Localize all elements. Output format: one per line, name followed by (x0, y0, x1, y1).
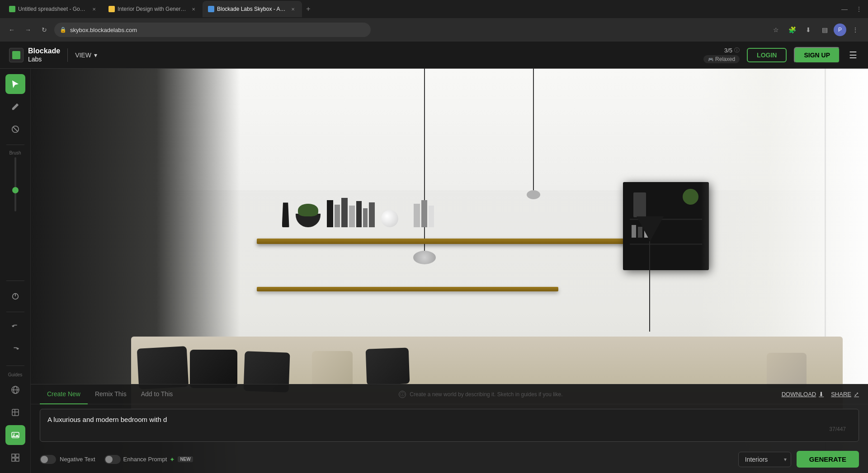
new-tab-button[interactable]: + (302, 3, 315, 15)
pendant-shade (413, 251, 436, 264)
undo-button[interactable] (5, 318, 25, 337)
style-select[interactable]: Interiors Exterior Landscape Abstract Sc… (738, 452, 791, 467)
select-tool-button[interactable] (5, 74, 25, 94)
tab-create-new[interactable]: Create New (40, 384, 88, 404)
address-bar: ← → ↻ 🔒 skybox.blockadelabs.com ☆ 🧩 ⬇ ▤ … (0, 18, 868, 42)
app-header: Blockade Labs VIEW ▾ 3/5 ⓘ 🎮 Relaxed LOG (0, 42, 868, 69)
wall-cabinet (623, 182, 709, 270)
download-button[interactable]: DOWNLOAD ⬇ (782, 391, 824, 398)
tab-1-close[interactable]: ✕ (90, 5, 98, 13)
refresh-button[interactable]: ↻ (38, 23, 51, 36)
share-button[interactable]: SHARE ⤢ (831, 391, 859, 398)
tool-divider-4 (6, 365, 24, 366)
sphere-item (381, 210, 398, 227)
enhance-prompt-toggle[interactable] (104, 455, 121, 464)
floor-lamp-pole (649, 241, 650, 332)
tab-2-close[interactable]: ✕ (190, 5, 197, 13)
tab-add-to-this[interactable]: Add to This (134, 384, 180, 404)
books-group-2 (414, 200, 434, 227)
browser-chrome: Untitled spreadsheet - Goog... ✕ Interio… (0, 0, 868, 42)
relaxed-icon: 🎮 (708, 57, 713, 62)
char-count: 37/447 (829, 426, 846, 432)
style-select-wrapper: Interiors Exterior Landscape Abstract Sc… (738, 452, 791, 467)
book-6 (363, 208, 368, 227)
logo-area: Blockade Labs (9, 47, 60, 63)
profile-button[interactable]: P (834, 23, 846, 36)
brush-slider-thumb (12, 187, 19, 193)
book-5 (356, 201, 362, 227)
menu-icon[interactable]: ☰ (847, 48, 859, 62)
tab-3[interactable]: Blockade Labs Skybox - AI-G... ✕ (203, 1, 302, 17)
prompt-input-field[interactable] (47, 415, 851, 435)
svg-line-1 (13, 127, 17, 131)
guides-label: Guides (8, 372, 23, 377)
tab-2[interactable]: Interior Design with Generati... ✕ (103, 1, 203, 17)
bookmark-icon[interactable]: ☆ (769, 23, 783, 37)
book-7 (369, 202, 375, 227)
floor-lamp-shade (637, 216, 664, 241)
tab-remix-this[interactable]: Remix This (88, 384, 134, 404)
enhance-prompt-label: Enhance Prompt (123, 456, 167, 463)
prompt-input-inner: 37/447 (47, 415, 851, 436)
logo-text: Blockade Labs (28, 47, 60, 63)
back-button[interactable]: ← (5, 23, 18, 36)
bowl-item (296, 214, 321, 227)
tab-minimize-icon[interactable]: — (839, 4, 850, 14)
shelf-lower (257, 287, 558, 291)
redo-button[interactable] (5, 340, 25, 360)
guides-layer-button[interactable] (5, 403, 25, 422)
book-3 (341, 198, 348, 227)
prompt-input-wrapper: 37/447 (40, 409, 859, 442)
sidebar-toggle-icon[interactable]: ▤ (817, 23, 832, 37)
grid-tool-button[interactable] (5, 448, 25, 468)
more-options-icon[interactable]: ⋮ (848, 23, 863, 37)
brush-size-slider[interactable] (14, 157, 16, 211)
generate-button[interactable]: GENERATE (797, 451, 859, 468)
extensions-icon[interactable]: 🧩 (785, 23, 799, 37)
tab-3-close[interactable]: ✕ (289, 5, 297, 13)
svg-rect-10 (12, 432, 19, 438)
usage-info: 3/5 ⓘ 🎮 Relaxed (703, 47, 740, 63)
image-tool-button[interactable] (5, 425, 25, 445)
forward-button[interactable]: → (22, 23, 34, 36)
pencil-tool-button[interactable] (5, 97, 25, 117)
header-right: 3/5 ⓘ 🎮 Relaxed LOGIN SIGN UP ☰ (703, 47, 859, 63)
logo-icon (9, 48, 24, 62)
cabinet-obj-1 (633, 192, 646, 217)
svg-point-11 (13, 434, 14, 435)
login-button[interactable]: LOGIN (747, 48, 787, 62)
pendant-shade-2 (527, 190, 540, 199)
negative-text-thumb (41, 456, 48, 463)
cabinet-plant (683, 189, 698, 205)
tab-1[interactable]: Untitled spreadsheet - Goog... ✕ (4, 1, 103, 17)
chevron-down-icon: ▾ (94, 52, 97, 59)
bottom-tabs-row: Create New Remix This Add to This ⓘ Crea… (31, 384, 868, 404)
reset-tool-button[interactable] (5, 286, 25, 306)
info-icon: ⓘ (734, 47, 740, 54)
eraser-tool-button[interactable] (5, 119, 25, 139)
usage-count: 3/5 ⓘ (724, 47, 740, 54)
tab-3-label: Blockade Labs Skybox - AI-G... (217, 6, 287, 12)
tab-1-icon (9, 6, 15, 12)
signup-button[interactable]: SIGN UP (794, 47, 840, 63)
brush-label: Brush (9, 150, 21, 155)
book-4 (349, 206, 355, 227)
guides-globe-button[interactable] (5, 380, 25, 400)
controls-right: Interiors Exterior Landscape Abstract Sc… (738, 451, 859, 468)
pendant-wire-2 (533, 69, 534, 190)
view-button[interactable]: VIEW ▾ (75, 52, 97, 59)
pillow-1 (137, 346, 189, 389)
tab-settings-icon[interactable]: ⋮ (854, 4, 864, 14)
app-container: Blockade Labs VIEW ▾ 3/5 ⓘ 🎮 Relaxed LOG (0, 42, 868, 473)
tool-divider-2 (6, 281, 24, 281)
negative-text-toggle[interactable] (40, 455, 56, 464)
enhance-sparkle-icon: ✦ (170, 456, 175, 463)
svg-rect-12 (12, 454, 15, 457)
hint-info-icon: ⓘ (399, 391, 406, 398)
logo-divider (67, 48, 68, 62)
download-icon[interactable]: ⬇ (801, 23, 816, 37)
svg-rect-13 (16, 454, 19, 457)
new-badge: NEW (178, 456, 193, 462)
url-bar[interactable]: 🔒 skybox.blockadelabs.com (54, 23, 371, 37)
svg-rect-14 (12, 458, 15, 461)
